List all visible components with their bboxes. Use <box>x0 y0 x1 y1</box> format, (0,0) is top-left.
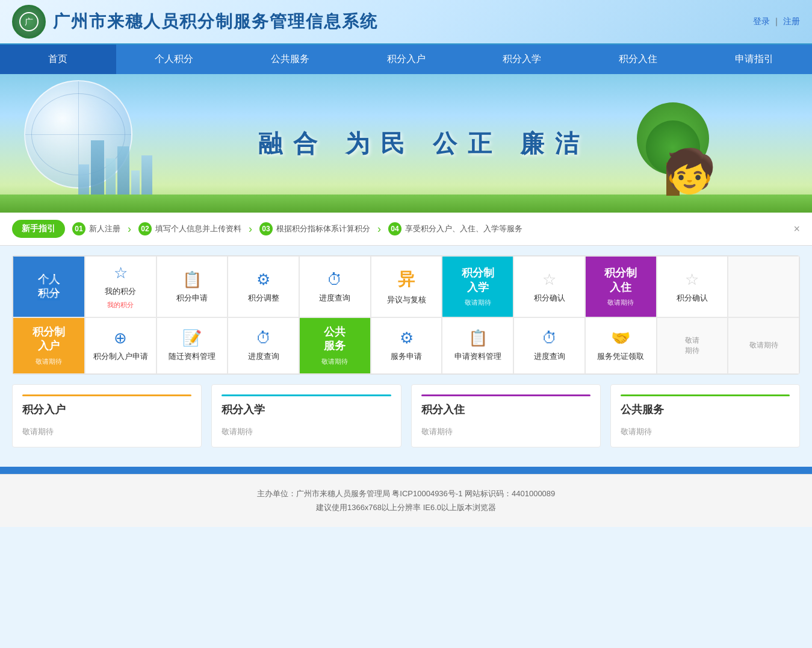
cell-migration-docs[interactable]: 📝 随迁资料管理 <box>157 317 228 374</box>
confirm-school-icon: ☆ <box>542 270 556 289</box>
cards-section: 积分入户 敬请期待 积分入学 敬请期待 积分入住 敬请期待 公共服务 敬请期待 <box>12 384 800 447</box>
card-line-school <box>222 394 391 396</box>
guide-step-1: 01 新人注册 <box>72 222 120 235</box>
cell-household-apply[interactable]: ⊕ 积分制入户申请 <box>85 317 157 374</box>
progress-label-2: 进度查询 <box>248 351 279 362</box>
card-school[interactable]: 积分入学 敬请期待 <box>211 384 401 447</box>
card-housing[interactable]: 积分入住 敬请期待 <box>411 384 601 447</box>
cell-public-service[interactable]: 公共服务 敬请期待 <box>299 317 371 374</box>
login-link[interactable]: 登录 <box>753 16 770 26</box>
guide-step-4: 04 享受积分入户、入住、入学等服务 <box>388 222 522 235</box>
footer: 主办单位：广州市来穗人员服务管理局 粤ICP10004936号-1 网站标识码：… <box>0 474 812 527</box>
service-apply-label: 服务申请 <box>391 351 422 362</box>
cell-progress-query3[interactable]: ⏱ 进度查询 <box>513 317 585 374</box>
service-grid: 个人积分 👤 ☆ 我的积分 我的积分 📋 积分申请 ⚙ 积分调整 ⏱ 进度查询 … <box>12 255 800 375</box>
card-housing-title: 积分入住 <box>421 402 590 422</box>
nav-home[interactable]: 首页 <box>0 45 116 74</box>
cell-score-housing[interactable]: 积分制入住 敬请期待 <box>585 256 657 317</box>
score-adjust-icon: ⚙ <box>256 270 270 289</box>
cell-score-confirm-school[interactable]: ☆ 积分确认 <box>513 256 585 317</box>
cell-personal-score[interactable]: 个人积分 👤 <box>13 256 85 317</box>
cell-service-apply[interactable]: ⚙ 服务申请 <box>371 317 442 374</box>
progress-label-1: 进度查询 <box>319 293 350 304</box>
cell-progress-query1[interactable]: ⏱ 进度查询 <box>299 256 371 317</box>
main-content: 个人积分 👤 ☆ 我的积分 我的积分 📋 积分申请 ⚙ 积分调整 ⏱ 进度查询 … <box>0 246 812 457</box>
step-num-3: 03 <box>259 222 273 235</box>
card-school-title: 积分入学 <box>222 402 391 422</box>
nav-public-service[interactable]: 公共服务 <box>232 45 348 74</box>
step-text-3: 根据积分指标体系计算积分 <box>276 223 370 234</box>
progress-icon-1: ⏱ <box>327 270 342 289</box>
register-link[interactable]: 注册 <box>783 16 800 26</box>
progress-label-3: 进度查询 <box>534 351 565 362</box>
step-num-4: 04 <box>388 222 401 235</box>
cell-score-apply[interactable]: 📋 积分申请 <box>157 256 228 317</box>
coming-soon-label-2: 敬请期待 <box>749 340 778 350</box>
score-school-sublabel: 敬请期待 <box>465 298 491 307</box>
main-nav: 首页 个人积分 公共服务 积分入户 积分入学 积分入住 申请指引 <box>0 45 812 74</box>
star-icon: ☆ <box>114 264 128 282</box>
nav-score-household[interactable]: 积分入户 <box>348 45 464 74</box>
card-line-housing <box>421 394 590 396</box>
card-housing-body: 敬请期待 <box>421 426 590 437</box>
household-apply-label: 积分制入户申请 <box>93 351 148 362</box>
cell-score-confirm-housing[interactable]: ☆ 积分确认 <box>657 256 728 317</box>
confirm-housing-label: 积分确认 <box>677 293 708 304</box>
migration-docs-icon: 📝 <box>182 329 202 347</box>
card-household-title: 积分入户 <box>22 402 191 422</box>
banner-girl: 🧒 <box>663 146 716 196</box>
objection-icon: 异 <box>398 268 415 291</box>
card-public[interactable]: 公共服务 敬请期待 <box>610 384 800 447</box>
confirm-housing-icon: ☆ <box>685 270 699 289</box>
card-line-household <box>22 394 191 396</box>
svg-text:广: 广 <box>25 17 33 26</box>
cell-service-cert[interactable]: 🤝 服务凭证领取 <box>585 317 657 374</box>
score-adjust-label: 积分调整 <box>248 293 279 304</box>
header: 广 广州市来穗人员积分制服务管理信息系统 登录 ｜ 注册 <box>0 0 812 45</box>
progress-icon-3: ⏱ <box>542 329 557 347</box>
card-line-public <box>621 394 790 396</box>
site-title: 广州市来穗人员积分制服务管理信息系统 <box>53 10 378 33</box>
cell-score-adjust[interactable]: ⚙ 积分调整 <box>228 256 299 317</box>
nav-personal-score[interactable]: 个人积分 <box>116 45 232 74</box>
guide-close-icon[interactable]: × <box>793 223 800 235</box>
cell-score-household[interactable]: 积分制入户 敬请期待 <box>13 317 85 374</box>
nav-score-housing[interactable]: 积分入住 <box>580 45 696 74</box>
service-cert-label: 服务凭证领取 <box>597 351 644 362</box>
banner: 融合 为民 公正 廉洁 🧒 <box>0 74 812 213</box>
nav-score-school[interactable]: 积分入学 <box>464 45 580 74</box>
card-public-title: 公共服务 <box>621 402 790 422</box>
cell-empty-1 <box>728 256 799 317</box>
cell-progress-query2[interactable]: ⏱ 进度查询 <box>228 317 299 374</box>
step-num-1: 01 <box>72 222 85 235</box>
logo-section: 广 广州市来穗人员积分制服务管理信息系统 <box>12 5 378 39</box>
step-text-1: 新人注册 <box>89 223 120 234</box>
guide-step-2: 02 填写个人信息并上传资料 <box>138 222 241 235</box>
cell-coming-soon-1: 敬请期待 <box>657 317 728 374</box>
cell-apply-docs[interactable]: 📋 申请资料管理 <box>442 317 513 374</box>
auth-section: 登录 ｜ 注册 <box>753 16 800 27</box>
public-service-label: 公共服务 <box>324 325 346 354</box>
cell-my-score[interactable]: ☆ 我的积分 我的积分 <box>85 256 157 317</box>
nav-guide[interactable]: 申请指引 <box>696 45 812 74</box>
banner-ground <box>0 195 812 213</box>
confirm-school-label: 积分确认 <box>534 293 565 304</box>
score-apply-icon: 📋 <box>182 270 202 289</box>
card-school-body: 敬请期待 <box>222 426 391 437</box>
my-score-sublabel: 我的积分 <box>107 301 134 310</box>
score-housing-sublabel: 敬请期待 <box>607 298 634 307</box>
footer-blue-bar <box>0 467 812 474</box>
arrow-1: › <box>128 223 131 235</box>
cell-objection[interactable]: 异 异议与复核 <box>371 256 442 317</box>
guide-button[interactable]: 新手指引 <box>12 220 65 238</box>
step-text-2: 填写个人信息并上传资料 <box>155 223 241 234</box>
coming-soon-label-1: 敬请期待 <box>685 335 699 356</box>
apply-docs-icon: 📋 <box>468 329 488 347</box>
progress-icon-2: ⏱ <box>256 329 271 347</box>
guide-step-3: 03 根据积分指标体系计算积分 <box>259 222 370 235</box>
step-text-4: 享受积分入户、入住、入学等服务 <box>405 223 522 234</box>
service-cert-icon: 🤝 <box>611 329 630 347</box>
card-household[interactable]: 积分入户 敬请期待 <box>12 384 202 447</box>
banner-slogan: 融合 为民 公正 廉洁 <box>258 127 590 160</box>
cell-score-school[interactable]: 积分制入学 敬请期待 <box>442 256 513 317</box>
